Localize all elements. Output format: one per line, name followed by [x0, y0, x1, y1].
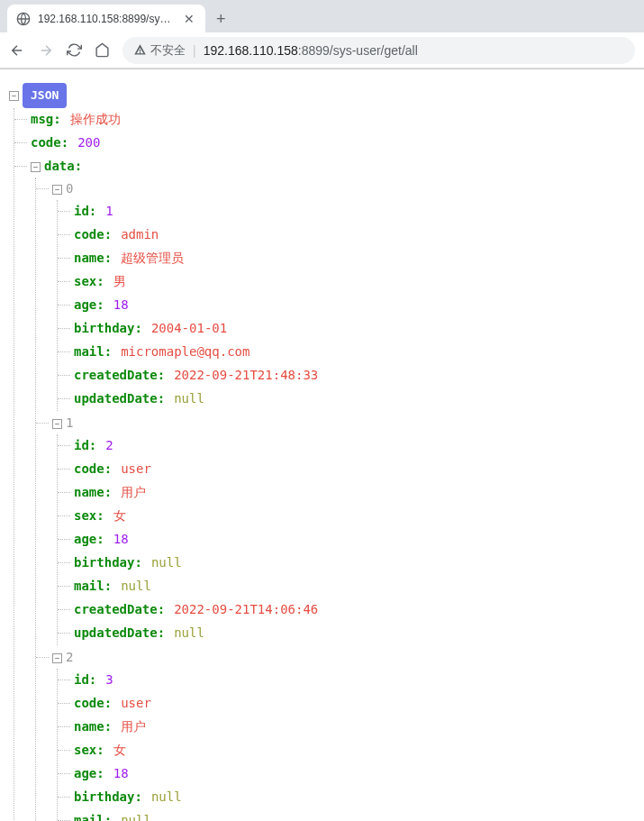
- field-createdDate[interactable]: createdDate :2022-09-21T21:48:33: [74, 365, 635, 387]
- collapse-toggle[interactable]: −: [52, 653, 62, 663]
- field-name[interactable]: name :超级管理员: [74, 248, 635, 269]
- field-sex[interactable]: sex :女: [74, 506, 635, 527]
- collapse-toggle[interactable]: −: [9, 91, 19, 101]
- tab-title: 192.168.110.158:8899/sys-use: [38, 13, 175, 25]
- field-code[interactable]: code : 200: [31, 132, 635, 154]
- back-button[interactable]: [9, 42, 25, 59]
- field-age[interactable]: age :18: [74, 529, 635, 551]
- json-tree-root: − JSON msg : 操作成功 code : 200: [9, 82, 635, 821]
- json-badge: JSON: [23, 83, 67, 108]
- field-updatedDate[interactable]: updatedDate :null: [74, 388, 635, 410]
- field-age[interactable]: age :18: [74, 763, 635, 785]
- security-label: 不安全: [150, 42, 186, 59]
- collapse-toggle[interactable]: −: [31, 162, 41, 172]
- field-data[interactable]: − data :: [31, 156, 635, 178]
- address-bar[interactable]: 不安全 | 192.168.110.158:8899/sys-user/get/…: [122, 37, 635, 64]
- close-icon[interactable]: ✕: [182, 12, 196, 26]
- url-text: 192.168.110.158:8899/sys-user/get/all: [204, 43, 418, 58]
- field-name[interactable]: name :用户: [74, 482, 635, 504]
- field-id[interactable]: id :1: [74, 201, 635, 223]
- field-code[interactable]: code :user: [74, 693, 635, 715]
- field-id[interactable]: id :3: [74, 670, 635, 691]
- forward-button[interactable]: [38, 42, 54, 59]
- field-birthday[interactable]: birthday :null: [74, 552, 635, 574]
- field-code[interactable]: code :user: [74, 459, 635, 480]
- field-mail[interactable]: mail :null: [74, 810, 635, 821]
- browser-chrome: 192.168.110.158:8899/sys-use ✕ + 不安全 | 1…: [0, 0, 644, 69]
- collapse-toggle[interactable]: −: [52, 419, 62, 429]
- field-updatedDate[interactable]: updatedDate :null: [74, 623, 635, 644]
- warning-icon: [133, 43, 147, 57]
- globe-icon: [16, 12, 31, 26]
- field-age[interactable]: age :18: [74, 295, 635, 316]
- reload-button[interactable]: [67, 42, 82, 58]
- browser-toolbar: 不安全 | 192.168.110.158:8899/sys-user/get/…: [0, 32, 644, 68]
- field-code[interactable]: code :admin: [74, 224, 635, 246]
- json-viewer: − JSON msg : 操作成功 code : 200: [0, 69, 644, 821]
- security-warning[interactable]: 不安全: [133, 42, 186, 59]
- array-index[interactable]: −1: [52, 413, 635, 434]
- field-sex[interactable]: sex :女: [74, 740, 635, 762]
- tab-bar: 192.168.110.158:8899/sys-use ✕ +: [0, 0, 644, 32]
- data-array: −0id :1code :adminname :超级管理员sex :男age :…: [35, 178, 635, 821]
- field-msg[interactable]: msg : 操作成功: [31, 109, 635, 131]
- field-id[interactable]: id :2: [74, 435, 635, 457]
- field-mail[interactable]: mail :null: [74, 576, 635, 598]
- field-sex[interactable]: sex :男: [74, 271, 635, 293]
- home-button[interactable]: [95, 42, 110, 58]
- array-index[interactable]: −2: [52, 647, 635, 669]
- array-index[interactable]: −0: [52, 178, 635, 200]
- new-tab-button[interactable]: +: [216, 10, 226, 29]
- collapse-toggle[interactable]: −: [52, 185, 62, 195]
- field-birthday[interactable]: birthday :2004-01-01: [74, 318, 635, 340]
- field-name[interactable]: name :用户: [74, 716, 635, 738]
- field-createdDate[interactable]: createdDate :2022-09-21T14:06:46: [74, 599, 635, 621]
- browser-tab[interactable]: 192.168.110.158:8899/sys-use ✕: [7, 5, 205, 33]
- field-mail[interactable]: mail :micromaple@qq.com: [74, 342, 635, 363]
- field-birthday[interactable]: birthday :null: [74, 787, 635, 808]
- divider: |: [193, 43, 196, 58]
